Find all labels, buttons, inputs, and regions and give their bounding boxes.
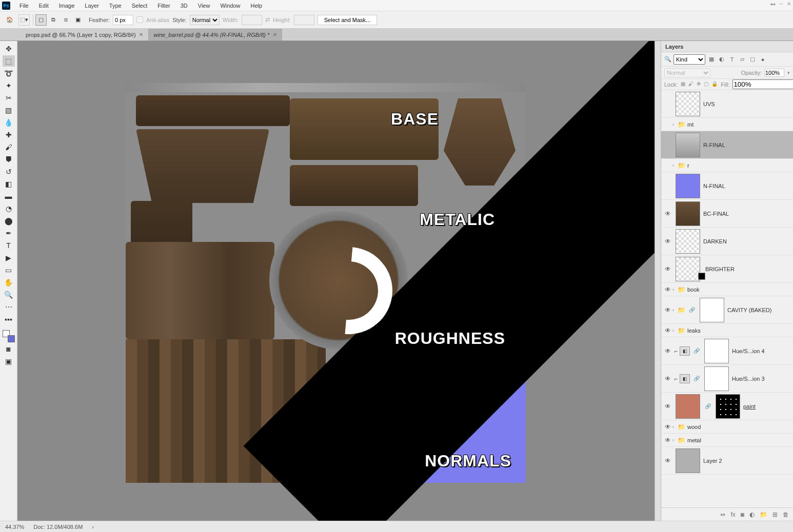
edit-toolbar[interactable]: ▪▪▪ (3, 314, 15, 325)
menu-select[interactable]: Select (127, 3, 153, 9)
expand-icon[interactable]: › (672, 163, 678, 168)
lasso-tool[interactable]: ➰ (3, 68, 15, 79)
filter-image-icon[interactable]: ▦ (707, 55, 716, 64)
fx-icon[interactable]: fx (730, 511, 735, 518)
tab-props[interactable]: props.psd @ 66.7% (Layer 1 copy, RGB/8#)… (21, 29, 149, 40)
visibility-toggle[interactable]: 👁 (663, 238, 672, 245)
type-tool[interactable]: T (3, 240, 15, 251)
layer-darken[interactable]: 👁DARKEN (661, 228, 793, 255)
new-layer-icon[interactable]: ⊞ (772, 511, 778, 518)
tool-preset[interactable]: ⬚▾ (18, 14, 30, 26)
filter-toggle-icon[interactable]: ● (759, 55, 767, 64)
selection-add[interactable]: ⧉ (48, 14, 59, 26)
marquee-tool[interactable]: ⬚ (3, 55, 15, 67)
expand-icon[interactable]: › (672, 328, 678, 333)
status-expand-icon[interactable]: › (92, 524, 94, 530)
collapse-icon[interactable]: ◂◂ (770, 1, 775, 7)
eraser-tool[interactable]: ◧ (3, 178, 15, 190)
feather-input[interactable] (113, 15, 133, 25)
lock-image-icon[interactable]: 🖌 (688, 81, 693, 88)
filter-smart-icon[interactable]: ▢ (748, 55, 757, 64)
expand-icon[interactable]: › (672, 122, 678, 127)
color-swatch[interactable] (3, 330, 15, 342)
pen-tool[interactable]: ✒ (3, 228, 15, 239)
menu-image[interactable]: Image (54, 3, 80, 9)
lock-artboard-icon[interactable]: ▢ (704, 81, 708, 88)
tab-close-icon[interactable]: ✕ (139, 32, 143, 37)
history-brush-tool[interactable]: ↺ (3, 166, 15, 177)
menu-view[interactable]: View (193, 3, 215, 9)
fill-input[interactable] (732, 79, 793, 89)
filter-type-icon[interactable]: T (728, 55, 736, 64)
selection-new[interactable]: ▢ (35, 14, 47, 26)
lock-all-icon[interactable]: 🔒 (711, 81, 718, 88)
frame-tool[interactable]: ▧ (3, 105, 15, 116)
layer-cavity[interactable]: 👁›📁🔗CAVITY (BAKED) (661, 296, 793, 324)
layer-uvs[interactable]: UVS (661, 90, 793, 118)
selection-subtract[interactable]: ⧈ (60, 14, 71, 26)
layer-nfinal[interactable]: N-FINAL (661, 172, 793, 200)
canvas-area[interactable]: BASE METALIC ROUGHNESS NORMALS (17, 41, 655, 521)
layer-group-wood[interactable]: 👁›📁wood (661, 420, 793, 434)
layer-bcfinal[interactable]: 👁BC-FINAL (661, 200, 793, 228)
screenmode-tool[interactable]: ▣ (3, 356, 15, 367)
style-select[interactable]: Normal (190, 15, 220, 25)
expand-icon[interactable]: › (672, 308, 678, 313)
layer-rfinal[interactable]: R-FINAL (661, 131, 793, 159)
layer-brighter[interactable]: 👁BRIGHTER (661, 255, 793, 283)
opacity-input[interactable] (765, 69, 784, 77)
filter-kind-select[interactable]: Kind (673, 54, 705, 65)
menu-3d[interactable]: 3D (175, 3, 193, 9)
panel-collapse-strip[interactable] (655, 41, 661, 521)
visibility-toggle[interactable]: 👁 (663, 210, 672, 217)
zoom-level[interactable]: 44.37% (5, 524, 24, 530)
tab-wine-barrel[interactable]: wine_barrel.psd @ 44.4% (R-FINAL, RGB/8)… (149, 29, 283, 40)
expand-icon[interactable]: › (672, 287, 678, 292)
doc-size[interactable]: Doc: 12.0M/408.6M (33, 524, 83, 530)
filter-adjust-icon[interactable]: ◐ (718, 55, 726, 64)
eyedropper-tool[interactable]: 💧 (3, 117, 15, 128)
layer-group-r[interactable]: ›📁r (661, 159, 793, 172)
select-and-mask-button[interactable]: Select and Mask... (318, 15, 378, 25)
move-tool[interactable]: ✥ (3, 43, 15, 54)
visibility-toggle[interactable]: 👁 (663, 306, 672, 314)
visibility-toggle[interactable]: 👁 (663, 265, 672, 273)
minimize-icon[interactable]: ─ (779, 1, 783, 7)
expand-icon[interactable]: › (672, 424, 678, 429)
menu-type[interactable]: Type (104, 3, 127, 9)
hand-tool[interactable]: ✋ (3, 277, 15, 288)
quickmask-tool[interactable]: ◙ (3, 343, 15, 355)
zoom-tool[interactable]: 🔍 (3, 289, 15, 300)
visibility-toggle[interactable]: 👁 (663, 327, 672, 334)
menu-file[interactable]: File (14, 3, 34, 9)
menu-layer[interactable]: Layer (80, 3, 104, 9)
tab-close-icon[interactable]: ✕ (272, 32, 276, 37)
brush-tool[interactable]: 🖌 (3, 141, 15, 153)
layer-group-book[interactable]: 👁›📁book (661, 283, 793, 296)
visibility-toggle[interactable]: 👁 (663, 375, 672, 382)
home-button[interactable]: 🏠 (4, 14, 15, 26)
layers-tab[interactable]: Layers (661, 41, 793, 52)
link-layers-icon[interactable]: ⇔ (720, 511, 725, 518)
gradient-tool[interactable]: ▬ (3, 191, 15, 202)
adjustment-layer-icon[interactable]: ◐ (749, 511, 755, 518)
filter-shape-icon[interactable]: ▱ (738, 55, 746, 64)
stamp-tool[interactable]: ⛊ (3, 154, 15, 165)
menu-window[interactable]: Window (215, 3, 245, 9)
visibility-toggle[interactable]: 👁 (663, 347, 672, 355)
layer-paint[interactable]: 👁🔗paint (661, 393, 793, 420)
layer-group-mt[interactable]: ›📁mt (661, 118, 793, 131)
close-icon[interactable]: ✕ (787, 1, 791, 7)
blur-tool[interactable]: ◔ (3, 203, 15, 214)
mask-icon[interactable]: ◙ (741, 511, 744, 518)
menu-filter[interactable]: Filter (152, 3, 175, 9)
lock-transparency-icon[interactable]: ▦ (681, 81, 685, 88)
visibility-toggle[interactable]: 👁 (663, 423, 672, 431)
more-tools[interactable]: ⋯ (3, 301, 15, 313)
group-icon[interactable]: 📁 (760, 511, 767, 518)
menu-edit[interactable]: Edit (34, 3, 54, 9)
layer-group-leaks[interactable]: 👁›📁leaks (661, 324, 793, 337)
layer-hue4[interactable]: 👁⌐◧🔗Hue/S...ion 4 (661, 337, 793, 365)
visibility-toggle[interactable]: 👁 (663, 286, 672, 293)
expand-icon[interactable]: › (672, 438, 678, 443)
